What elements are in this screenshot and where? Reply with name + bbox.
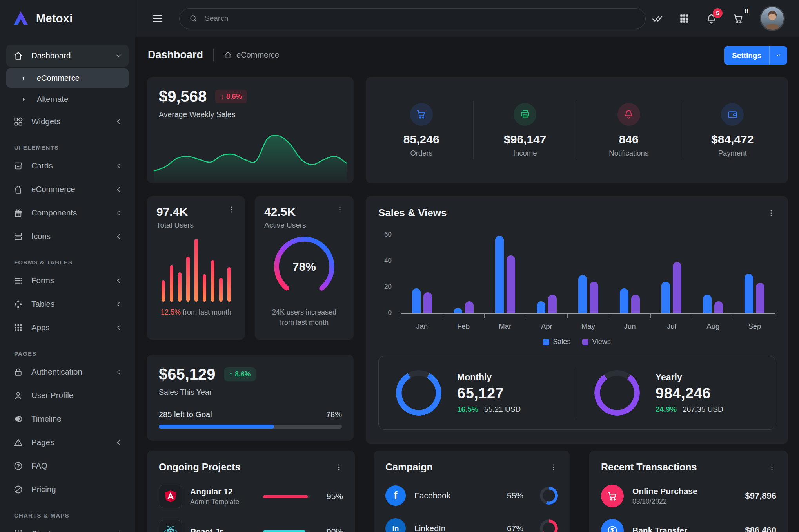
kebab-menu-icon[interactable] — [767, 209, 775, 217]
bar-group-jun — [609, 235, 651, 313]
bar-sales-jun[interactable] — [620, 288, 628, 313]
bar-sales-jan[interactable] — [412, 288, 421, 313]
y-axis-labels: 6040200 — [378, 235, 396, 313]
sidebar-item-apps[interactable]: Apps — [6, 317, 129, 338]
bar-views-jun[interactable] — [631, 295, 640, 313]
bar-views-may[interactable] — [590, 282, 598, 313]
campaign-row-linkedin[interactable]: inLinkedIn67% — [385, 518, 558, 532]
project-row-angular-12[interactable]: Angular 12Admin Template95% — [159, 485, 343, 508]
active-users-value: 42.5K — [264, 205, 296, 219]
sales-year-label: Sales This Year — [159, 388, 342, 397]
stat-value: $84,472 — [711, 133, 754, 146]
sales-year-card: $65,129 ↑ 8.6% Sales This Year 285 left … — [147, 355, 354, 441]
settings-label: Settings — [724, 51, 769, 60]
kebab-menu-icon[interactable] — [768, 463, 776, 472]
x-tick-label: Jan — [401, 322, 443, 331]
menu-toggle-icon[interactable] — [152, 13, 163, 24]
active-users-gauge-value: 78% — [264, 260, 344, 273]
tasks-doublecheck-icon[interactable] — [652, 13, 663, 24]
cart-icon — [410, 103, 433, 126]
bar-views-jan[interactable] — [423, 292, 432, 313]
cart-icon[interactable]: 8 — [733, 13, 744, 24]
bar-group-jan — [401, 235, 443, 313]
bar-views-mar[interactable] — [507, 255, 515, 313]
chevron-left-icon — [115, 186, 122, 193]
search-icon — [189, 14, 198, 23]
sidebar-item-components[interactable]: Components — [6, 202, 129, 224]
sidebar-item-faq[interactable]: FAQ — [6, 455, 129, 477]
bar-sales-jul[interactable] — [661, 282, 670, 313]
legend-swatch — [582, 339, 588, 345]
monthly-summary: Monthly 65,127 16.5% 55.21 USD — [379, 370, 577, 416]
bar-group-mar — [484, 235, 526, 313]
bar-sales-mar[interactable] — [495, 236, 504, 313]
sidebar-item-label: Dashboard — [31, 51, 71, 60]
bar-sales-sep[interactable] — [745, 274, 753, 313]
sidebar-item-dashboard[interactable]: Dashboard — [6, 45, 129, 67]
stat-label: Income — [513, 149, 537, 157]
sidebar-item-pages[interactable]: Pages — [6, 431, 129, 453]
bar-views-feb[interactable] — [465, 301, 474, 313]
sidebar-section-header: UI ELEMENTS — [14, 144, 121, 151]
yearly-ring — [594, 370, 640, 416]
topbar: 5 8 — [135, 0, 799, 37]
bar-views-jul[interactable] — [673, 262, 681, 313]
x-axis-tick — [692, 314, 734, 318]
kebab-menu-icon[interactable] — [549, 463, 558, 472]
bar-sales-apr[interactable] — [537, 301, 545, 313]
settings-button[interactable]: Settings — [724, 46, 787, 65]
search-box[interactable] — [179, 8, 646, 29]
campaign-row-facebook[interactable]: fFacebook55% — [385, 485, 558, 506]
kebab-menu-icon[interactable] — [336, 205, 344, 214]
sidebar-item-authentication[interactable]: Authentication — [6, 361, 129, 383]
project-progress-fill — [263, 495, 308, 498]
search-input[interactable] — [204, 14, 636, 23]
sidebar-item-pricing[interactable]: Pricing — [6, 478, 129, 500]
user-avatar[interactable] — [760, 6, 785, 31]
sales-views-card: Sales & Views 6040200 JanFebMarAprMayJun… — [366, 196, 788, 444]
legend-item-sales[interactable]: Sales — [543, 338, 570, 346]
wallet-icon — [721, 103, 744, 126]
bar-views-aug[interactable] — [714, 301, 723, 313]
bar-views-sep[interactable] — [756, 283, 764, 313]
main-content: Dashboard eCommerce Settings $9,568 ↓ 8.… — [135, 37, 799, 532]
chevron-down-icon[interactable] — [770, 52, 787, 58]
x-axis-tick — [526, 314, 568, 318]
sidebar-item-label: Tables — [31, 299, 54, 309]
transaction-date: 03/10/2022 — [632, 498, 697, 506]
transaction-row-bank-transfer[interactable]: Bank Transfer$86,460 — [601, 519, 776, 532]
stat-payment: $84,472Payment — [681, 103, 784, 157]
kebab-menu-icon[interactable] — [227, 205, 236, 214]
project-row-react-js[interactable]: React Js90% — [159, 520, 343, 532]
bar-sales-aug[interactable] — [703, 295, 712, 313]
bar-sales-feb[interactable] — [454, 308, 462, 313]
project-progress-fill — [263, 530, 305, 532]
home-icon — [13, 51, 24, 61]
sidebar-item-ecommerce[interactable]: eCommerce — [6, 68, 129, 88]
brand[interactable]: Metoxi — [0, 0, 135, 33]
stat-value: 85,246 — [403, 133, 439, 146]
sidebar-item-timeline[interactable]: Timeline — [6, 408, 129, 430]
sidebar-item-ecommerce[interactable]: eCommerce — [6, 178, 129, 200]
apps-grid-icon[interactable] — [679, 13, 690, 24]
bar-sales-may[interactable] — [578, 275, 587, 313]
notifications-bell-icon[interactable]: 5 — [706, 13, 717, 24]
legend-item-views[interactable]: Views — [582, 338, 611, 346]
sidebar-item-tables[interactable]: Tables — [6, 293, 129, 315]
pages-icon — [13, 437, 24, 447]
sidebar-item-cards[interactable]: Cards — [6, 155, 129, 177]
kebab-menu-icon[interactable] — [334, 463, 343, 472]
sidebar-item-icons[interactable]: Icons — [6, 225, 129, 247]
user-icon — [13, 390, 24, 400]
chevron-down-icon — [115, 52, 122, 60]
sidebar-item-user-profile[interactable]: User Profile — [6, 384, 129, 406]
sidebar-item-alternate[interactable]: Alternate — [6, 89, 129, 109]
sidebar-item-forms[interactable]: Forms — [6, 270, 129, 291]
breadcrumb[interactable]: eCommerce — [224, 51, 279, 60]
sidebar-section-header: FORMS & TABLES — [14, 259, 121, 266]
weekly-sales-label: Average Weekly Sales — [159, 110, 342, 119]
transaction-row-online-purchase[interactable]: Online Purchase03/10/2022$97,896 — [601, 485, 776, 507]
sidebar-item-charts[interactable]: Charts — [6, 523, 129, 532]
bar-views-apr[interactable] — [548, 295, 557, 313]
sidebar-item-widgets[interactable]: Widgets — [6, 110, 129, 132]
